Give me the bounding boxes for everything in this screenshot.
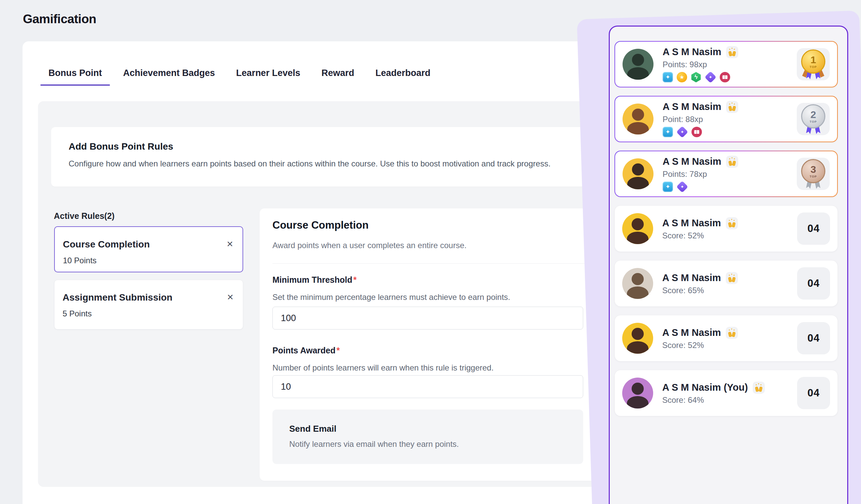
minimum-threshold-input[interactable] bbox=[272, 307, 583, 330]
points-awarded-label: Points Awarded* bbox=[272, 346, 340, 355]
raising-hands-icon bbox=[726, 217, 738, 229]
rank-box: 2 TOP bbox=[797, 103, 830, 135]
gamification-page: Gamification Bonus Point Achievement Bad… bbox=[0, 0, 861, 504]
avatar bbox=[622, 213, 653, 244]
tab-bonus-point[interactable]: Bonus Point bbox=[40, 65, 110, 86]
minimum-threshold-helper: Set the minimum percentage learners must… bbox=[272, 293, 510, 302]
main-content-card: Bonus Point Achievement Badges Learner L… bbox=[23, 41, 602, 504]
user-name: A S M Nasim bbox=[662, 218, 721, 229]
gold-star-badge-icon bbox=[677, 72, 687, 82]
points-awarded-input[interactable] bbox=[272, 375, 583, 398]
user-info: A S M Nasim (You) Score: 64% bbox=[662, 382, 765, 405]
user-name: A S M Nasim bbox=[662, 101, 721, 112]
rule-title: Assignment Submission bbox=[63, 292, 173, 303]
leaderboard-row: A S M Nasim Score: 52% 04 bbox=[614, 206, 838, 252]
rank-box: 1 TOP bbox=[797, 48, 830, 80]
user-info: A S M Nasim Score: 52% bbox=[662, 327, 738, 350]
rank-box: 04 bbox=[797, 322, 830, 354]
minimum-threshold-label: Minimum Threshold* bbox=[272, 275, 356, 285]
rule-points: 10 Points bbox=[63, 256, 233, 265]
rank-medal-icon: 2 TOP bbox=[801, 104, 825, 134]
star-plaque-badge-icon bbox=[662, 72, 673, 82]
raising-hands-icon bbox=[726, 101, 738, 113]
tab-learner-levels[interactable]: Learner Levels bbox=[228, 65, 309, 86]
rank-box: 04 bbox=[797, 267, 830, 299]
leaderboard-row: A S M Nasim (You) Score: 64% 04 bbox=[614, 370, 838, 416]
score-value: 04 bbox=[807, 387, 820, 399]
active-rules-label: Active Rules(2) bbox=[54, 211, 115, 221]
avatar bbox=[623, 158, 654, 189]
rank-number: 2 bbox=[810, 110, 816, 120]
rank-number: 1 bbox=[810, 55, 816, 65]
required-asterisk: * bbox=[354, 275, 357, 284]
red-book-badge-icon bbox=[720, 72, 730, 82]
purple-gem-badge-icon bbox=[705, 71, 716, 83]
page-title: Gamification bbox=[23, 12, 96, 26]
raising-hands-icon bbox=[726, 327, 738, 339]
star-plaque-badge-icon bbox=[662, 182, 673, 192]
rank-box: 3 TOP bbox=[797, 158, 830, 190]
points-awarded-helper: Number of points learners will earn when… bbox=[272, 363, 494, 373]
user-name: A S M Nasim bbox=[662, 272, 721, 283]
user-info: A S M Nasim Points: 78xp bbox=[662, 156, 738, 192]
leaderboard-row: A S M Nasim Point: 88xp bbox=[614, 96, 838, 142]
user-stat: Point: 88xp bbox=[662, 115, 738, 124]
send-email-description: Notify learners via email when they earn… bbox=[289, 439, 566, 449]
required-asterisk: * bbox=[337, 346, 340, 355]
avatar bbox=[622, 378, 653, 408]
user-stat: Points: 78xp bbox=[662, 169, 738, 179]
send-email-title: Send Email bbox=[289, 424, 566, 434]
user-stat: Points: 98xp bbox=[662, 60, 738, 69]
rank-top-label: TOP bbox=[809, 120, 817, 123]
rank-number: 3 bbox=[810, 164, 816, 174]
rule-detail-description: Award points when a user completes an en… bbox=[272, 241, 466, 250]
remove-rule-icon[interactable]: × bbox=[227, 239, 233, 249]
red-book-badge-icon bbox=[692, 127, 702, 137]
avatar bbox=[622, 323, 653, 354]
leaderboard-row: A S M Nasim Points: 98xp bbox=[614, 41, 838, 87]
rank-top-label: TOP bbox=[809, 175, 817, 178]
rank-box: 04 bbox=[797, 377, 830, 409]
purple-gem-badge-icon bbox=[676, 181, 688, 193]
user-info: A S M Nasim Score: 52% bbox=[662, 217, 738, 240]
avatar bbox=[622, 268, 653, 299]
divider bbox=[272, 263, 596, 264]
score-value: 04 bbox=[807, 277, 820, 290]
badge-row bbox=[662, 182, 738, 192]
bonus-rules-panel: Add Bonus Point Rules Configure how and … bbox=[38, 101, 596, 487]
user-stat: Score: 64% bbox=[662, 395, 765, 405]
leaderboard-row: A S M Nasim Points: 78xp bbox=[614, 151, 838, 197]
user-name: A S M Nasim bbox=[662, 46, 721, 57]
badge-row bbox=[662, 127, 738, 138]
user-stat: Score: 52% bbox=[662, 340, 738, 350]
user-info: A S M Nasim Score: 65% bbox=[662, 272, 738, 295]
rule-points: 5 Points bbox=[63, 309, 233, 318]
tab-reward[interactable]: Reward bbox=[313, 65, 363, 86]
raising-hands-icon bbox=[726, 272, 738, 284]
remove-rule-icon[interactable]: × bbox=[227, 292, 233, 302]
score-value: 04 bbox=[807, 332, 820, 344]
rule-detail-card: Course Completion Award points when a us… bbox=[260, 208, 596, 481]
user-info: A S M Nasim Points: 98xp bbox=[662, 46, 738, 83]
user-stat: Score: 65% bbox=[662, 286, 738, 295]
rank-medal-icon: 3 TOP bbox=[801, 159, 825, 188]
raising-hands-icon bbox=[753, 382, 765, 394]
leaderboard-row: A S M Nasim Score: 65% 04 bbox=[614, 260, 838, 307]
user-name: A S M Nasim bbox=[662, 327, 721, 338]
avatar bbox=[623, 49, 654, 80]
leaderboard-list: A S M Nasim Points: 98xp bbox=[614, 41, 847, 416]
banner-description: Configure how and when learners earn poi… bbox=[69, 159, 572, 168]
rank-box: 04 bbox=[797, 212, 830, 245]
purple-gem-badge-icon bbox=[676, 126, 688, 138]
rule-card-assignment-submission[interactable]: Assignment Submission × 5 Points bbox=[54, 280, 243, 330]
banner-title: Add Bonus Point Rules bbox=[69, 141, 572, 152]
leaderboard-panel: A S M Nasim Points: 98xp bbox=[609, 26, 848, 504]
raising-hands-icon bbox=[726, 156, 738, 168]
rule-card-course-completion[interactable]: Course Completion × 10 Points bbox=[54, 226, 243, 272]
avatar bbox=[623, 103, 654, 135]
leaderboard-row: A S M Nasim Score: 52% 04 bbox=[614, 315, 838, 362]
tab-leaderboard[interactable]: Leaderboard bbox=[367, 65, 439, 86]
user-info: A S M Nasim Point: 88xp bbox=[662, 101, 738, 138]
rule-title: Course Completion bbox=[63, 239, 150, 250]
tab-achievement-badges[interactable]: Achievement Badges bbox=[115, 65, 223, 86]
